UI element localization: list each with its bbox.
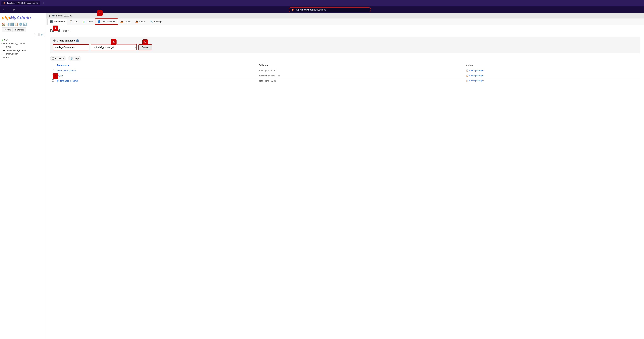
address-text: http://localhost/phpmyadmin/ bbox=[296, 9, 326, 11]
database-name-input[interactable] bbox=[53, 44, 89, 50]
row-checkbox[interactable] bbox=[52, 79, 54, 82]
check-privileges-label: Check privileges bbox=[469, 75, 484, 77]
database-link[interactable]: information_schema bbox=[57, 69, 76, 72]
sidebar-item-phpmyadmin[interactable]: + — phpmyadmin bbox=[0, 52, 46, 56]
content-area: ◀ 🖥️ Server: 127.0.0.1 🗄️ Databases 📋 SQ… bbox=[46, 13, 644, 339]
col-database[interactable]: Database ▲ bbox=[56, 63, 257, 68]
link-button[interactable]: 🔗 bbox=[40, 33, 44, 37]
expand-icon: + bbox=[1, 53, 2, 55]
check-privileges-button[interactable]: 📋 Check privileges bbox=[466, 69, 484, 72]
export-tab-label: Export bbox=[124, 21, 131, 23]
sql-tab-label: SQL bbox=[74, 21, 78, 23]
new-tab-button[interactable]: + bbox=[41, 1, 46, 5]
check-privileges-button[interactable]: 📋 Check privileges bbox=[466, 75, 484, 77]
nav-tabs: 🗄️ Databases 📋 SQL 📊 Status 👤 User accou… bbox=[46, 19, 644, 25]
docs-icon[interactable]: 📋 bbox=[14, 23, 18, 26]
database-list-section: Check all 🗑️ Drop Database ▲ bbox=[50, 56, 640, 83]
browser-tab[interactable]: ⛵ localhost / 127.0.0.1 | phpMyAd ✕ bbox=[1, 1, 40, 5]
databases-tab-icon: 🗄️ bbox=[50, 20, 53, 23]
check-privileges-label: Check privileges bbox=[469, 69, 484, 72]
tab-databases[interactable]: 🗄️ Databases bbox=[48, 19, 67, 25]
drop-icon: 🗑️ bbox=[70, 57, 73, 60]
create-db-icon: ➕ bbox=[53, 39, 56, 42]
col-collation: Collation bbox=[257, 63, 464, 68]
collapse-all-button[interactable]: — bbox=[34, 33, 38, 37]
tab-status[interactable]: 📊 Status bbox=[80, 19, 95, 24]
col-action: Action bbox=[464, 63, 640, 68]
expand-icon: + bbox=[1, 46, 2, 48]
settings-icon[interactable]: ⚙️ bbox=[19, 23, 22, 26]
expand-icon: + bbox=[1, 43, 2, 44]
db-name-label: mysql bbox=[6, 46, 11, 48]
tab-export[interactable]: 📤 Export bbox=[118, 19, 133, 24]
tab-favorites[interactable]: Favorites bbox=[13, 27, 26, 32]
server-label: Server: 127.0.0.1 bbox=[56, 15, 72, 17]
annotation-badge-4: 4 bbox=[111, 39, 116, 45]
stats-icon[interactable]: 📊 bbox=[6, 23, 10, 26]
new-database-item[interactable]: ● New bbox=[0, 38, 46, 42]
sidebar-item-performance-schema[interactable]: + — performance_schema bbox=[0, 49, 46, 52]
server-icon: 🖥️ bbox=[52, 15, 55, 17]
db-icon: — bbox=[3, 42, 5, 45]
drop-button[interactable]: 🗑️ Drop bbox=[68, 56, 81, 61]
db-icon: — bbox=[3, 53, 5, 55]
collation-select[interactable]: utf8mb4_general_ci utf8_general_ci latin… bbox=[91, 44, 137, 50]
db-name-label: test bbox=[6, 56, 9, 59]
reload-button[interactable]: ↻ bbox=[11, 8, 16, 12]
col-checkbox bbox=[50, 63, 56, 68]
forward-button[interactable]: › bbox=[6, 8, 10, 12]
check-all-checkbox[interactable] bbox=[52, 58, 54, 60]
server-header: ◀ 🖥️ Server: 127.0.0.1 bbox=[46, 13, 644, 19]
expand-icon: + bbox=[1, 56, 2, 58]
drop-label: Drop bbox=[74, 57, 78, 60]
tab-settings[interactable]: 🔧 Settings bbox=[148, 19, 164, 24]
expand-icon: + bbox=[1, 50, 2, 51]
collation-value: utf8_general_ci bbox=[258, 70, 276, 72]
address-favicon: ⛵ bbox=[292, 9, 294, 11]
tab-favicon: ⛵ bbox=[3, 2, 6, 5]
privileges-icon: 📋 bbox=[466, 69, 468, 72]
create-database-section: ➕ Create database ? 4 utf8mb4_general_ci bbox=[50, 37, 640, 53]
check-all-label[interactable]: Check all bbox=[50, 56, 66, 61]
db-name-label: information_schema bbox=[6, 42, 25, 45]
refresh-icon[interactable]: 🔄 bbox=[23, 23, 27, 26]
sidebar-logo: phpMyAdmin bbox=[0, 13, 46, 22]
sql-tab-icon: 📋 bbox=[70, 20, 72, 23]
address-bar[interactable]: ⛵ http://localhost/phpmyadmin/ bbox=[289, 7, 371, 12]
sidebar-item-test[interactable]: + — test bbox=[0, 56, 46, 59]
db-icon: — bbox=[3, 49, 5, 52]
status-tab-label: Status bbox=[86, 21, 93, 23]
home-icon[interactable]: 🏠 bbox=[2, 23, 5, 26]
tab-sql[interactable]: 📋 SQL bbox=[67, 19, 80, 24]
status-tab-icon: 📊 bbox=[82, 20, 86, 23]
back-button[interactable]: ‹ bbox=[2, 8, 5, 12]
user-accounts-tab-label: User accounts bbox=[102, 21, 115, 23]
annotation-badge-5: 5 bbox=[142, 39, 148, 45]
sidebar-item-information-schema[interactable]: + — information_schema bbox=[0, 42, 46, 45]
export-tab-icon: 📤 bbox=[120, 20, 124, 23]
info-icon[interactable]: ℹ️ bbox=[10, 23, 14, 26]
privileges-icon: 📋 bbox=[466, 80, 468, 82]
settings-tab-label: Settings bbox=[154, 21, 162, 23]
create-button[interactable]: Create bbox=[138, 44, 152, 50]
database-link[interactable]: performance_schema bbox=[57, 80, 78, 82]
collapse-sidebar-button[interactable]: ◀ bbox=[48, 14, 50, 17]
tab-import[interactable]: 📥 Import bbox=[133, 19, 148, 24]
create-db-form: 4 utf8mb4_general_ci utf8_general_ci lat… bbox=[53, 44, 637, 50]
help-icon[interactable]: ? bbox=[76, 39, 79, 42]
create-db-header: ➕ Create database ? bbox=[53, 39, 637, 42]
sidebar-controls: — 🔗 bbox=[0, 32, 46, 37]
db-icon: — bbox=[3, 56, 5, 59]
page-title: Databases bbox=[50, 28, 640, 34]
tab-close-icon[interactable]: ✕ bbox=[36, 2, 38, 5]
tab-user-accounts[interactable]: 👤 User accounts bbox=[95, 19, 118, 25]
check-privileges-label: Check privileges bbox=[469, 80, 484, 82]
sidebar-item-mysql[interactable]: + — mysql bbox=[0, 45, 46, 49]
db-icon: — bbox=[3, 46, 5, 48]
check-privileges-button[interactable]: 📋 Check privileges bbox=[466, 80, 484, 82]
import-tab-icon: 📥 bbox=[135, 20, 138, 23]
sidebar: 2 phpMyAdmin 🏠 📊 ℹ️ 📋 ⚙️ 🔄 Recent Favori… bbox=[0, 13, 46, 339]
tab-recent[interactable]: Recent bbox=[2, 27, 13, 32]
new-label: New bbox=[4, 39, 8, 41]
row-checkbox[interactable] bbox=[52, 69, 54, 71]
